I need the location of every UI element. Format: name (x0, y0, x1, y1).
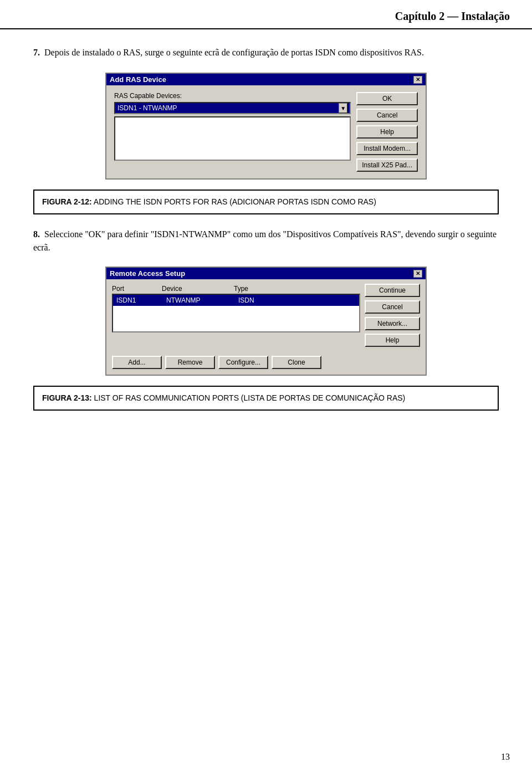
dialog2-continue-button[interactable]: Continue (365, 284, 420, 297)
figure-12-caption: FIGURA 2-12: ADDING THE ISDN PORTS FOR R… (33, 190, 499, 214)
dialog2-cancel-button[interactable]: Cancel (365, 300, 420, 314)
figure-13-caption: FIGURA 2-13: LIST OF RAS COMMUNICATION P… (33, 386, 499, 411)
ras-table-area: ISDN1 NTWANMP ISDN (112, 294, 360, 332)
dialog1-ok-button[interactable]: OK (356, 92, 418, 105)
dialog1-close-btn[interactable]: ✕ (413, 76, 422, 84)
dropdown-arrow-icon[interactable]: ▼ (339, 103, 347, 113)
dialog2-close-btn[interactable]: ✕ (413, 270, 422, 278)
section-8-text: 8.Seleccione "OK" para definir "ISDN1-NT… (33, 228, 499, 254)
dialog1-titlebar-buttons: ✕ (413, 76, 422, 84)
ras-devices-dropdown[interactable]: ISDN1 - NTWANMP ▼ (114, 102, 351, 114)
figure-12-text: ADDING THE ISDN PORTS FOR RAS (ADICIONAR… (94, 197, 376, 206)
dialog1-install-x25-button[interactable]: Install X25 Pad... (356, 158, 418, 172)
section-8-number: 8. (33, 229, 40, 239)
dialog1-right: OK Cancel Help Install Modem... Install … (356, 92, 418, 172)
dialog1-title: Add RAS Device (110, 75, 166, 84)
dialog2-remove-button[interactable]: Remove (165, 356, 215, 369)
row-port: ISDN1 (115, 296, 165, 305)
dialog1-body: RAS Capable Devices: ISDN1 - NTWANMP ▼ O… (106, 85, 426, 178)
ras-table-header: Port Device Type (112, 284, 360, 294)
remote-access-setup-dialog: Remote Access Setup ✕ Port Device Type I… (105, 267, 427, 376)
col-device-header: Device (162, 285, 234, 293)
add-ras-device-dialog: Add RAS Device ✕ RAS Capable Devices: IS… (105, 73, 427, 180)
row-device: NTWANMP (165, 296, 237, 305)
dialog1-help-button[interactable]: Help (356, 125, 418, 139)
dialog2-configure-button[interactable]: Configure... (218, 356, 268, 369)
chapter-title: Capítulo 2 — Instalação (395, 10, 510, 22)
dialog2-body: Port Device Type ISDN1 NTWANMP ISDN Cont… (106, 279, 426, 351)
figure-12-label: FIGURA 2-12: (42, 197, 92, 206)
dialog2-titlebar: Remote Access Setup ✕ (106, 268, 426, 279)
section-7: 7.Depois de instalado o RAS, surge o seg… (33, 46, 499, 59)
dialog1-cancel-button[interactable]: Cancel (356, 109, 418, 122)
section-7-text: 7.Depois de instalado o RAS, surge o seg… (33, 46, 499, 59)
dialog2-clone-button[interactable]: Clone (272, 356, 321, 369)
col-port-header: Port (112, 285, 162, 293)
figure-13-text: LIST OF RAS COMMUNICATION PORTS (LISTA D… (94, 393, 406, 402)
dialog2-network-button[interactable]: Network... (365, 317, 420, 330)
section-8: 8.Seleccione "OK" para definir "ISDN1-NT… (33, 228, 499, 254)
dropdown-value: ISDN1 - NTWANMP (117, 104, 177, 112)
dialog2-left: Port Device Type ISDN1 NTWANMP ISDN (112, 284, 360, 347)
ras-devices-label: RAS Capable Devices: (114, 92, 351, 100)
dialog2-right: Continue Cancel Network... Help (365, 284, 420, 347)
dialog1-list-area (114, 116, 351, 161)
page-number: 13 (501, 752, 510, 762)
dialog2-help-button[interactable]: Help (365, 334, 420, 347)
page-header: Capítulo 2 — Instalação (0, 0, 532, 29)
col-type-header: Type (234, 285, 278, 293)
dialog1-left: RAS Capable Devices: ISDN1 - NTWANMP ▼ (114, 92, 351, 172)
dialog2-bottom-buttons: Add... Remove Configure... Clone (106, 351, 426, 375)
figure-13-label: FIGURA 2-13: (42, 393, 92, 402)
section-7-body: Depois de instalado o RAS, surge o segui… (44, 48, 424, 57)
dialog2-title: Remote Access Setup (110, 269, 185, 278)
dialog1-titlebar: Add RAS Device ✕ (106, 74, 426, 85)
section-7-number: 7. (33, 48, 40, 57)
dialog2-add-button[interactable]: Add... (112, 356, 162, 369)
ras-table-row: ISDN1 NTWANMP ISDN (113, 295, 359, 306)
dialog1-install-modem-button[interactable]: Install Modem... (356, 142, 418, 155)
dialog2-titlebar-buttons: ✕ (413, 270, 422, 278)
section-8-body: Seleccione "OK" para definir "ISDN1-NTWA… (33, 229, 497, 252)
row-type: ISDN (237, 296, 282, 305)
